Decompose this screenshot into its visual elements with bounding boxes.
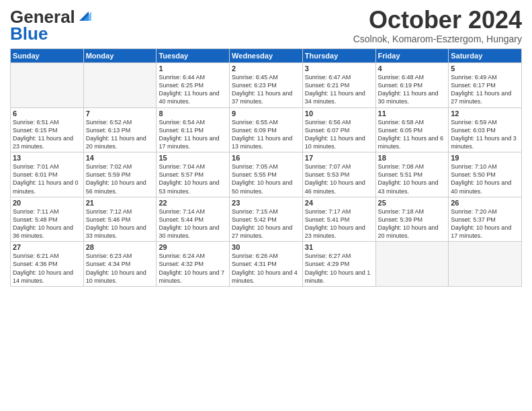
day-number: 22 [159,199,227,207]
day-number: 24 [305,199,373,207]
day-info: Sunrise: 7:07 AM Sunset: 5:53 PM Dayligh… [305,163,373,195]
calendar-cell-5-3: 29Sunrise: 6:24 AM Sunset: 4:32 PM Dayli… [157,242,230,287]
calendar-cell-4-3: 22Sunrise: 7:14 AM Sunset: 5:44 PM Dayli… [157,197,230,242]
day-number: 12 [451,109,519,118]
calendar-cell-5-7 [449,242,522,287]
month-title: October 2024 [353,7,522,34]
calendar-cell-2-6: 11Sunrise: 6:58 AM Sunset: 6:05 PM Dayli… [375,107,449,152]
calendar-cell-1-1 [11,63,84,108]
header: General Blue October 2024 Csolnok, Komar… [10,7,522,44]
day-info: Sunrise: 6:27 AM Sunset: 4:29 PM Dayligh… [305,252,373,285]
calendar-cell-3-4: 16Sunrise: 7:05 AM Sunset: 5:55 PM Dayli… [230,152,303,197]
day-number: 13 [13,154,81,162]
calendar-cell-2-2: 7Sunrise: 6:52 AM Sunset: 6:13 PM Daylig… [83,107,157,152]
day-info: Sunrise: 7:12 AM Sunset: 5:46 PM Dayligh… [86,208,154,240]
day-info: Sunrise: 6:24 AM Sunset: 4:32 PM Dayligh… [159,252,227,285]
calendar-week-1: 1Sunrise: 6:44 AM Sunset: 6:25 PM Daylig… [11,63,522,108]
day-number: 9 [232,109,300,118]
day-info: Sunrise: 6:52 AM Sunset: 6:13 PM Dayligh… [86,118,154,151]
day-info: Sunrise: 7:18 AM Sunset: 5:39 PM Dayligh… [378,208,447,240]
day-number: 19 [451,154,519,162]
day-number: 10 [305,109,373,118]
day-number: 21 [86,199,154,207]
day-info: Sunrise: 7:20 AM Sunset: 5:37 PM Dayligh… [451,208,519,240]
calendar-cell-2-5: 10Sunrise: 6:56 AM Sunset: 6:07 PM Dayli… [302,107,375,152]
col-tuesday: Tuesday [157,49,230,63]
day-info: Sunrise: 7:10 AM Sunset: 5:50 PM Dayligh… [451,163,519,195]
calendar-cell-4-1: 20Sunrise: 7:11 AM Sunset: 5:48 PM Dayli… [11,197,84,242]
col-wednesday: Wednesday [230,49,303,63]
calendar-cell-3-7: 19Sunrise: 7:10 AM Sunset: 5:50 PM Dayli… [449,152,522,197]
logo: General Blue [10,7,91,44]
day-number: 5 [451,64,519,73]
calendar-cell-1-4: 2Sunrise: 6:45 AM Sunset: 6:23 PM Daylig… [230,63,303,108]
calendar-cell-3-5: 17Sunrise: 7:07 AM Sunset: 5:53 PM Dayli… [302,152,375,197]
day-info: Sunrise: 6:48 AM Sunset: 6:19 PM Dayligh… [378,73,447,106]
day-number: 30 [232,243,300,251]
calendar-week-3: 13Sunrise: 7:01 AM Sunset: 6:01 PM Dayli… [11,152,522,197]
page-container: General Blue October 2024 Csolnok, Komar… [0,0,532,290]
calendar-cell-1-5: 3Sunrise: 6:47 AM Sunset: 6:21 PM Daylig… [302,63,375,108]
calendar-cell-3-1: 13Sunrise: 7:01 AM Sunset: 6:01 PM Dayli… [11,152,84,197]
day-info: Sunrise: 7:17 AM Sunset: 5:41 PM Dayligh… [305,208,373,240]
day-number: 14 [86,154,154,162]
day-number: 11 [378,109,447,118]
calendar-cell-5-6 [375,242,449,287]
calendar-cell-3-6: 18Sunrise: 7:08 AM Sunset: 5:51 PM Dayli… [375,152,449,197]
calendar-cell-1-6: 4Sunrise: 6:48 AM Sunset: 6:19 PM Daylig… [375,63,449,108]
day-info: Sunrise: 6:23 AM Sunset: 4:34 PM Dayligh… [86,252,154,285]
day-info: Sunrise: 7:01 AM Sunset: 6:01 PM Dayligh… [13,163,81,195]
calendar-cell-4-4: 23Sunrise: 7:15 AM Sunset: 5:42 PM Dayli… [230,197,303,242]
day-info: Sunrise: 6:45 AM Sunset: 6:23 PM Dayligh… [232,73,300,106]
day-info: Sunrise: 7:14 AM Sunset: 5:44 PM Dayligh… [159,208,227,240]
calendar-week-2: 6Sunrise: 6:51 AM Sunset: 6:15 PM Daylig… [11,107,522,152]
calendar-cell-4-7: 26Sunrise: 7:20 AM Sunset: 5:37 PM Dayli… [449,197,522,242]
day-info: Sunrise: 7:05 AM Sunset: 5:55 PM Dayligh… [232,163,300,195]
calendar-cell-1-7: 5Sunrise: 6:49 AM Sunset: 6:17 PM Daylig… [449,63,522,108]
calendar-cell-4-2: 21Sunrise: 7:12 AM Sunset: 5:46 PM Dayli… [83,197,157,242]
day-number: 28 [86,243,154,251]
day-info: Sunrise: 6:21 AM Sunset: 4:36 PM Dayligh… [13,252,81,285]
col-sunday: Sunday [11,49,84,63]
day-info: Sunrise: 6:26 AM Sunset: 4:31 PM Dayligh… [232,252,300,285]
day-info: Sunrise: 7:15 AM Sunset: 5:42 PM Dayligh… [232,208,300,240]
location-subtitle: Csolnok, Komarom-Esztergom, Hungary [353,34,522,44]
calendar-week-5: 27Sunrise: 6:21 AM Sunset: 4:36 PM Dayli… [11,242,522,287]
day-number: 23 [232,199,300,207]
day-info: Sunrise: 7:04 AM Sunset: 5:57 PM Dayligh… [159,163,227,195]
day-info: Sunrise: 6:55 AM Sunset: 6:09 PM Dayligh… [232,118,300,151]
day-info: Sunrise: 6:49 AM Sunset: 6:17 PM Dayligh… [451,73,519,106]
title-section: October 2024 Csolnok, Komarom-Esztergom,… [353,7,522,44]
day-number: 20 [13,199,81,207]
calendar-cell-3-2: 14Sunrise: 7:02 AM Sunset: 5:59 PM Dayli… [83,152,157,197]
day-info: Sunrise: 6:54 AM Sunset: 6:11 PM Dayligh… [159,118,227,151]
calendar-cell-5-5: 31Sunrise: 6:27 AM Sunset: 4:29 PM Dayli… [302,242,375,287]
day-number: 29 [159,243,227,251]
calendar-cell-1-3: 1Sunrise: 6:44 AM Sunset: 6:25 PM Daylig… [157,63,230,108]
day-number: 7 [86,109,154,118]
calendar-cell-2-7: 12Sunrise: 6:59 AM Sunset: 6:03 PM Dayli… [449,107,522,152]
logo-blue-text: Blue [10,24,48,44]
day-number: 18 [378,154,447,162]
col-saturday: Saturday [449,49,522,63]
calendar-table: Sunday Monday Tuesday Wednesday Thursday… [10,48,522,287]
day-number: 16 [232,154,300,162]
day-number: 8 [159,109,227,118]
calendar-cell-3-3: 15Sunrise: 7:04 AM Sunset: 5:57 PM Dayli… [157,152,230,197]
day-number: 31 [305,243,373,251]
col-monday: Monday [83,49,157,63]
calendar-cell-5-4: 30Sunrise: 6:26 AM Sunset: 4:31 PM Dayli… [230,242,303,287]
day-info: Sunrise: 6:59 AM Sunset: 6:03 PM Dayligh… [451,118,519,151]
day-number: 4 [378,64,447,73]
day-info: Sunrise: 6:44 AM Sunset: 6:25 PM Dayligh… [159,73,227,106]
day-number: 3 [305,64,373,73]
day-number: 1 [159,64,227,73]
day-number: 6 [13,109,81,118]
logo-wing-icon [77,9,91,24]
day-number: 15 [159,154,227,162]
calendar-week-4: 20Sunrise: 7:11 AM Sunset: 5:48 PM Dayli… [11,197,522,242]
day-info: Sunrise: 6:56 AM Sunset: 6:07 PM Dayligh… [305,118,373,151]
calendar-cell-4-6: 25Sunrise: 7:18 AM Sunset: 5:39 PM Dayli… [375,197,449,242]
day-number: 27 [13,243,81,251]
calendar-cell-5-2: 28Sunrise: 6:23 AM Sunset: 4:34 PM Dayli… [83,242,157,287]
